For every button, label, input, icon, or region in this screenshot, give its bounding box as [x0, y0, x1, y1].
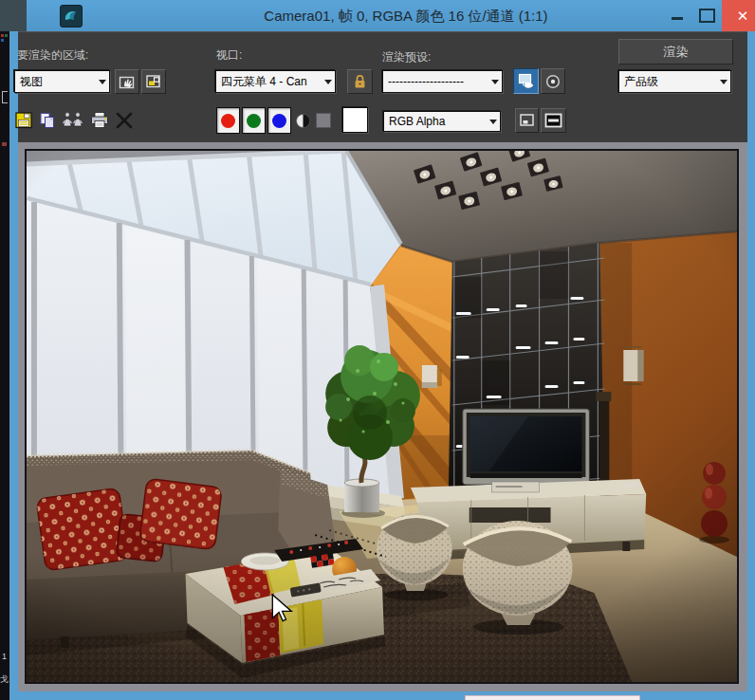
background-window-peek[interactable]: [465, 695, 640, 700]
blue-channel-button[interactable]: [267, 107, 291, 134]
chevron-down-icon: [322, 71, 335, 92]
clone-rfw-icon: [519, 113, 535, 128]
rendered-image-svg: [27, 151, 737, 682]
green-channel-button[interactable]: [242, 107, 266, 134]
area-to-render-label: 要渲染的区域:: [17, 48, 88, 62]
save-image-icon: [14, 111, 33, 130]
rendered-image: [25, 149, 739, 684]
render-target-icon: [544, 73, 562, 90]
edit-region-button[interactable]: [115, 69, 139, 94]
viewport-lock-button[interactable]: [347, 69, 373, 94]
print-image-button[interactable]: [88, 109, 111, 132]
clone-window-button[interactable]: [60, 109, 86, 132]
window-border-bottom: [9, 691, 755, 700]
background-glyph: 1: [2, 653, 7, 661]
close-icon: ✕: [737, 8, 749, 25]
render-button-label: 渲染: [664, 44, 689, 61]
background-app-strip: 1 戈: [0, 0, 9, 700]
background-glyph: [1, 39, 4, 42]
clone-rfw-button[interactable]: [515, 108, 539, 133]
monochrome-button[interactable]: [293, 111, 312, 130]
maximize-icon: [699, 9, 715, 23]
clear-button[interactable]: [113, 109, 136, 132]
copy-image-icon: [38, 111, 57, 130]
image-frame: [18, 142, 747, 691]
background-glyph: [1, 34, 4, 37]
maximize-button[interactable]: [693, 0, 720, 31]
alpha-channel-button[interactable]: [316, 113, 331, 128]
auto-region-icon: [145, 73, 162, 90]
edit-region-icon: [119, 73, 136, 90]
window-border-right: [747, 31, 755, 691]
minimize-icon: [672, 17, 683, 20]
render-iterative-button[interactable]: [513, 68, 539, 94]
channel-display-value: RGB Alpha: [384, 115, 487, 128]
red-channel-icon: [221, 114, 235, 128]
render-preset-value: --------------------: [383, 75, 488, 88]
viewport-value: 四元菜单 4 - Can: [216, 74, 322, 90]
clone-window-icon: [61, 111, 85, 130]
copy-image-button[interactable]: [37, 109, 58, 132]
background-glyph: [2, 142, 7, 146]
green-channel-icon: [247, 114, 261, 128]
chevron-down-icon: [717, 71, 730, 92]
render-target-button[interactable]: [541, 68, 565, 94]
render-preset-select[interactable]: --------------------: [382, 70, 503, 93]
minimize-button[interactable]: [664, 0, 691, 31]
save-image-button[interactable]: [13, 109, 34, 132]
area-to-render-select[interactable]: 视图: [14, 70, 110, 93]
viewport-select[interactable]: 四元菜单 4 - Can: [215, 70, 336, 93]
viewport-lock-icon: [352, 73, 368, 90]
render-mode-select[interactable]: 产品级: [618, 70, 731, 93]
layers-icon: [544, 113, 562, 128]
render-iterative-icon: [517, 72, 535, 90]
background-glyph: 戈: [0, 675, 9, 684]
render-mode-value: 产品级: [619, 74, 717, 90]
layers-button[interactable]: [541, 108, 566, 133]
background-window-corner: [0, 0, 27, 31]
background-color-swatch[interactable]: [342, 107, 368, 133]
monochrome-icon: [295, 113, 311, 129]
chevron-down-icon: [488, 71, 502, 92]
red-channel-button[interactable]: [216, 107, 240, 134]
window-titlebar[interactable]: Camera01, 帧 0, RGBA 颜色 16 位/通道 (1:1) ✕: [27, 0, 755, 31]
viewport-label: 视口:: [216, 48, 242, 62]
chevron-down-icon: [96, 71, 109, 92]
screen: 1 戈 Camera01, 帧 0, RGBA 颜色 16 位/通道 (1:1)…: [0, 0, 755, 700]
blue-channel-icon: [272, 114, 286, 128]
clear-x-icon: [115, 111, 134, 130]
close-button[interactable]: ✕: [722, 0, 755, 31]
background-glyph: [5, 34, 8, 37]
background-glyph: [2, 91, 8, 103]
render-preset-label: 渲染预设:: [382, 50, 431, 64]
render-button[interactable]: 渲染: [618, 39, 733, 64]
auto-region-button[interactable]: [141, 69, 166, 94]
area-to-render-value: 视图: [15, 74, 96, 90]
channel-display-select[interactable]: RGB Alpha: [383, 111, 501, 132]
chevron-down-icon: [487, 112, 500, 131]
window-title: Camera01, 帧 0, RGBA 颜色 16 位/通道 (1:1): [64, 0, 747, 31]
bottom-shade: [27, 549, 737, 682]
print-image-icon: [89, 111, 110, 130]
